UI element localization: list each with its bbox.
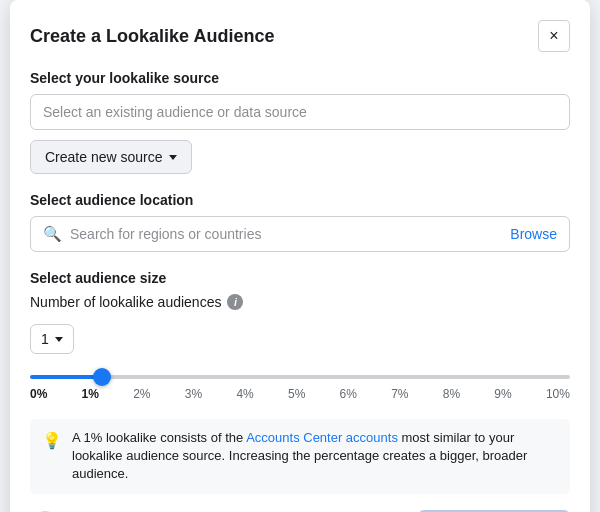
slider-label-2: 2% (133, 387, 150, 401)
slider-label-4: 4% (236, 387, 253, 401)
create-source-button[interactable]: Create new source (30, 140, 192, 174)
info-icon: i (227, 294, 243, 310)
slider-label-6: 6% (340, 387, 357, 401)
slider-labels: 0% 1% 2% 3% 4% 5% 6% 7% 8% 9% 10% (30, 387, 570, 401)
create-source-label: Create new source (45, 149, 163, 165)
size-section-label: Select audience size (30, 270, 570, 286)
size-section: Select audience size Number of lookalike… (30, 270, 570, 401)
number-value: 1 (41, 331, 49, 347)
source-section-label: Select your lookalike source (30, 70, 570, 86)
size-row: Number of lookalike audiences i (30, 294, 570, 310)
create-lookalike-modal: Create a Lookalike Audience × Select you… (10, 0, 590, 512)
source-input[interactable] (30, 94, 570, 130)
number-of-audiences-label: Number of lookalike audiences (30, 294, 221, 310)
search-icon: 🔍 (43, 225, 62, 243)
slider-label-3: 3% (185, 387, 202, 401)
number-dropdown[interactable]: 1 (30, 324, 74, 354)
slider-label-0: 0% (30, 387, 47, 401)
slider-label-9: 9% (494, 387, 511, 401)
audience-size-slider[interactable] (30, 375, 570, 379)
browse-button[interactable]: Browse (510, 226, 557, 242)
info-text: A 1% lookalike consists of the Accounts … (72, 429, 558, 484)
slider-label-7: 7% (391, 387, 408, 401)
location-section: Select audience location 🔍 Browse (30, 192, 570, 252)
slider-label-1: 1% (82, 387, 99, 401)
modal-title: Create a Lookalike Audience (30, 26, 274, 47)
source-section: Select your lookalike source Create new … (30, 70, 570, 174)
location-section-label: Select audience location (30, 192, 570, 208)
slider-label-8: 8% (443, 387, 460, 401)
info-text-before: A 1% lookalike consists of the (72, 430, 246, 445)
chevron-down-icon (169, 155, 177, 160)
slider-label-10: 10% (546, 387, 570, 401)
modal-header: Create a Lookalike Audience × (30, 20, 570, 52)
slider-label-5: 5% (288, 387, 305, 401)
accounts-center-link[interactable]: Accounts Center accounts (246, 430, 398, 445)
info-box: 💡 A 1% lookalike consists of the Account… (30, 419, 570, 494)
slider-section: 0% 1% 2% 3% 4% 5% 6% 7% 8% 9% 10% (30, 366, 570, 401)
location-input[interactable] (70, 226, 510, 242)
bulb-icon: 💡 (42, 430, 62, 452)
close-button[interactable]: × (538, 20, 570, 52)
chevron-down-icon (55, 337, 63, 342)
location-input-wrap: 🔍 Browse (30, 216, 570, 252)
